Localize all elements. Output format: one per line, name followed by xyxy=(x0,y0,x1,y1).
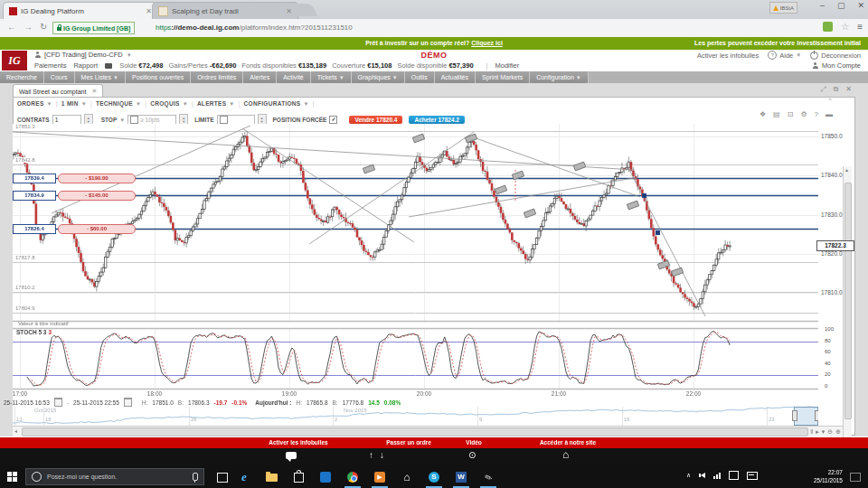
popout-icon[interactable]: ⧉ xyxy=(834,85,839,94)
close-button[interactable]: ✕ xyxy=(857,1,864,10)
menu-item-graphiques[interactable]: Graphiques▼ xyxy=(352,71,405,83)
limit-checkbox[interactable] xyxy=(220,116,228,124)
task-view-button[interactable] xyxy=(217,473,228,483)
video-icon[interactable]: ⊙ xyxy=(468,450,476,460)
stop-checkbox[interactable] xyxy=(130,116,138,124)
position-level-label[interactable]: 17839.4 xyxy=(13,174,56,183)
price-chart-canvas[interactable] xyxy=(13,124,818,436)
taskbar-clock[interactable]: 22:07 25/11/2015 xyxy=(814,468,843,484)
expand-icon[interactable]: ▾ xyxy=(822,427,826,436)
notification-badge[interactable]: IBStA xyxy=(769,2,797,14)
menu-item-outils[interactable]: Outils xyxy=(405,71,435,83)
horizontal-scrollbar[interactable]: ◂ ‖ ▸ ▾ ⊖ ⊕ xyxy=(13,426,843,436)
minimize-button[interactable]: – xyxy=(820,1,825,10)
taskbar-app-home[interactable]: ⌂ xyxy=(396,469,418,485)
microphone-icon[interactable] xyxy=(193,473,198,481)
taskbar-app-editor[interactable]: ✎ xyxy=(477,469,499,485)
menu-item-configuration[interactable]: Configuration▼ xyxy=(530,71,589,83)
chart-toolbar-configurations[interactable]: CONFIGURATIONS▼ xyxy=(244,100,309,107)
snapshot-icon[interactable]: ▤ xyxy=(773,110,780,118)
menu-item-actualit-s[interactable]: Actualités xyxy=(435,71,476,83)
settings-gear-icon[interactable]: ⚙ xyxy=(800,110,807,118)
position-pnl-badge[interactable]: - $190.00 xyxy=(58,174,136,183)
back-button[interactable]: ← xyxy=(7,22,16,32)
scroll-left-icon[interactable]: ◂ xyxy=(14,427,17,436)
position-pnl-badge[interactable]: - $145.00 xyxy=(58,191,136,201)
scrollbar-thumb[interactable] xyxy=(22,427,808,436)
menu-item-recherche[interactable]: Recherche xyxy=(0,71,44,83)
tray-expand-icon[interactable]: ∧ xyxy=(686,472,691,479)
calendar-icon[interactable] xyxy=(54,398,62,407)
sell-button[interactable]: Vendre 17820.4 xyxy=(349,116,402,124)
volume-icon[interactable] xyxy=(699,473,705,478)
new-tab-button[interactable] xyxy=(288,4,318,16)
chart-toolbar-croquis[interactable]: CROQUIS▼ xyxy=(150,100,188,107)
footer-link-vid-o[interactable]: Vidéo xyxy=(466,439,482,446)
menu-item-sprint-markets[interactable]: Sprint Markets xyxy=(476,71,530,83)
tab-close-icon[interactable]: ✕ xyxy=(146,7,152,15)
taskbar-app-media-player[interactable]: ▶ xyxy=(369,469,391,485)
extension-icon[interactable] xyxy=(823,22,833,32)
taskbar-app-word[interactable]: W xyxy=(450,469,472,485)
force-open-checkbox[interactable]: ✓ xyxy=(329,116,337,124)
menu-item-ordres-limit-s[interactable]: Ordres limités xyxy=(191,71,243,83)
arrow-up-icon[interactable]: ↑ xyxy=(369,450,373,460)
menu-item-tickets[interactable]: Tickets▼ xyxy=(311,71,352,83)
browser-menu-icon[interactable]: ≡ xyxy=(857,22,863,32)
browser-tab-active[interactable]: IG Dealing Platform ✕ xyxy=(3,2,158,20)
footer-link-activer-les-infobulles[interactable]: Activer les infobulles xyxy=(269,439,327,446)
report-link[interactable]: Rapport xyxy=(73,61,98,70)
position-level-label[interactable]: 17826.4 xyxy=(13,224,56,234)
chart-window-tab[interactable]: Wall Street au comptant ✕ xyxy=(13,84,103,98)
bookmark-star-icon[interactable]: ☆ xyxy=(841,22,849,32)
action-center-icon[interactable] xyxy=(850,473,861,482)
payments-link[interactable]: Paiements xyxy=(34,61,66,70)
footer-link-passer-un-ordre[interactable]: Passer un ordre xyxy=(386,439,431,446)
menu-item-activit-[interactable]: Activité xyxy=(277,71,311,83)
layers-icon[interactable]: ❖ xyxy=(760,110,766,118)
forward-button[interactable]: → xyxy=(24,22,33,32)
taskbar-app-chrome[interactable] xyxy=(342,469,363,485)
promo-link[interactable]: Cliquez ici xyxy=(471,40,503,46)
menu-item-alertes[interactable]: Alertes xyxy=(243,71,277,83)
chart-toolbar-alertes[interactable]: ALERTES▼ xyxy=(197,100,235,107)
help-menu[interactable]: ? Aide ▼ xyxy=(768,51,801,60)
start-button[interactable] xyxy=(7,472,17,482)
taskbar-app-store[interactable] xyxy=(288,469,309,485)
tooltips-link[interactable]: Activer les infobulles xyxy=(697,52,759,60)
zoom-in-icon[interactable]: ⊕ xyxy=(835,427,841,436)
feedback-icon[interactable]: ▬ xyxy=(826,110,833,118)
chart-toolbar-technique[interactable]: TECHNIQUE▼ xyxy=(96,100,141,107)
position-pnl-badge[interactable]: - $60.00 xyxy=(58,224,136,234)
taskbar-app-file-explorer[interactable] xyxy=(260,469,282,485)
arrow-down-icon[interactable]: ↓ xyxy=(380,450,384,460)
pause-icon[interactable]: ‖ xyxy=(810,427,813,436)
scrollbar-thumb[interactable] xyxy=(844,183,852,419)
chart-toolbar-ordres[interactable]: ORDRES▼ xyxy=(17,100,52,107)
address-input[interactable]: https://demo-deal.ig.com/platform/index.… xyxy=(156,23,353,32)
calendar-icon[interactable] xyxy=(124,398,132,407)
chat-bubble-icon[interactable] xyxy=(286,452,297,459)
range-end[interactable]: 25-11-2015 22:55 xyxy=(73,399,119,406)
menu-item-cours[interactable]: Cours xyxy=(44,71,75,83)
reload-button[interactable]: ↻ xyxy=(40,22,47,32)
my-account-button[interactable]: Mon Compte xyxy=(812,61,861,70)
home-icon[interactable]: ⌂ xyxy=(562,448,569,461)
taskbar-app-people[interactable] xyxy=(315,469,336,485)
chart-toolbar-1-min[interactable]: 1 MIN▼ xyxy=(61,100,87,107)
position-level-label[interactable]: 17834.9 xyxy=(13,191,56,201)
tab-close-icon[interactable]: ✕ xyxy=(91,88,97,95)
menu-item-mes-listes[interactable]: Mes Listes▼ xyxy=(75,71,126,83)
cortana-search-box[interactable]: Posez-moi une question. xyxy=(25,468,204,485)
taskbar-app-internet-explorer[interactable]: e xyxy=(233,469,255,485)
range-start[interactable]: 25-11-2015 16:53 xyxy=(4,399,50,406)
taskbar-app-skype[interactable]: S xyxy=(423,469,445,485)
maximize-button[interactable]: ▢ xyxy=(837,1,845,10)
buy-button[interactable]: Acheter 17824.2 xyxy=(409,116,465,124)
restore-icon[interactable]: ⤢ xyxy=(820,85,826,94)
collapse-icon[interactable]: ⌃ xyxy=(827,98,833,105)
footer-link-acc-der-notre-site[interactable]: Accéder à notre site xyxy=(540,439,596,446)
scroll-up-icon[interactable]: ▲ xyxy=(844,167,849,173)
browser-tab-inactive[interactable]: Scalping et Day tradi ✕ xyxy=(152,2,298,20)
menu-item-positions-ouvertes[interactable]: Positions ouvertes xyxy=(126,71,191,83)
